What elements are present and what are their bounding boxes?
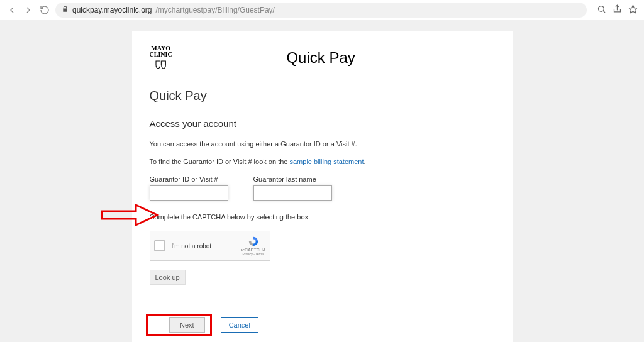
forward-button[interactable]	[23, 4, 34, 16]
section-heading: Quick Pay	[150, 89, 495, 103]
inputs-row: Guarantor ID or Visit # Guarantor last n…	[150, 175, 495, 201]
lock-icon	[62, 6, 69, 14]
recaptcha-branding: reCAPTCHA Privacy - Terms	[241, 236, 266, 256]
page-background: MAYO CLINIC Quick Pay Quick Pay Access y…	[0, 20, 644, 342]
url-path: /mychartguestpay/Billing/GuestPay/	[156, 6, 275, 14]
find-text: To find the Guarantor ID or Visit # look…	[150, 158, 495, 165]
sample-statement-link[interactable]: sample billing statement	[289, 158, 364, 165]
annotation-highlight-box: Next	[146, 314, 212, 336]
svg-line-1	[603, 11, 605, 13]
share-icon[interactable]	[613, 4, 622, 16]
find-suffix: .	[364, 158, 366, 165]
next-button[interactable]: Next	[169, 317, 205, 333]
divider	[147, 77, 497, 77]
guarantor-id-field: Guarantor ID or Visit #	[150, 175, 228, 201]
content-card: MAYO CLINIC Quick Pay Quick Pay Access y…	[132, 31, 513, 342]
recaptcha-widget[interactable]: I'm not a robot reCAPTCHA Privacy - Term…	[150, 231, 270, 261]
guarantor-lastname-field: Guarantor last name	[253, 175, 332, 201]
browser-toolbar: quickpay.mayoclinic.org/mychartguestpay/…	[0, 0, 644, 20]
url-host: quickpay.mayoclinic.org	[72, 6, 152, 14]
reload-button[interactable]	[39, 4, 50, 16]
browser-action-icons	[597, 4, 638, 16]
svg-marker-3	[629, 5, 637, 13]
cancel-button[interactable]: Cancel	[221, 317, 258, 333]
guarantor-id-label: Guarantor ID or Visit #	[150, 175, 228, 183]
find-prefix: To find the Guarantor ID or Visit # look…	[150, 158, 290, 165]
page-header: MAYO CLINIC Quick Pay	[150, 45, 495, 70]
guarantor-id-input[interactable]	[150, 185, 228, 201]
recaptcha-brand-text: reCAPTCHA	[241, 248, 266, 252]
intro-text: You can access the account using either …	[150, 140, 495, 148]
zoom-icon[interactable]	[597, 4, 606, 16]
svg-point-0	[599, 6, 604, 11]
guarantor-lastname-label: Guarantor last name	[253, 175, 332, 183]
star-icon[interactable]	[628, 4, 638, 16]
recaptcha-legal-text: Privacy - Terms	[241, 252, 266, 256]
address-bar[interactable]: quickpay.mayoclinic.org/mychartguestpay/…	[55, 3, 587, 18]
section-subheading: Access your account	[150, 118, 495, 129]
lookup-button[interactable]: Look up	[150, 270, 186, 285]
guarantor-lastname-input[interactable]	[253, 185, 332, 201]
captcha-instruction: Complete the CAPTCHA below by selecting …	[150, 213, 495, 221]
recaptcha-checkbox[interactable]	[154, 240, 165, 251]
page-title: Quick Pay	[147, 49, 495, 67]
bottom-buttons: Next Cancel	[146, 314, 258, 336]
back-button[interactable]	[6, 4, 18, 16]
recaptcha-label: I'm not a robot	[172, 243, 241, 250]
recaptcha-icon	[241, 236, 266, 248]
